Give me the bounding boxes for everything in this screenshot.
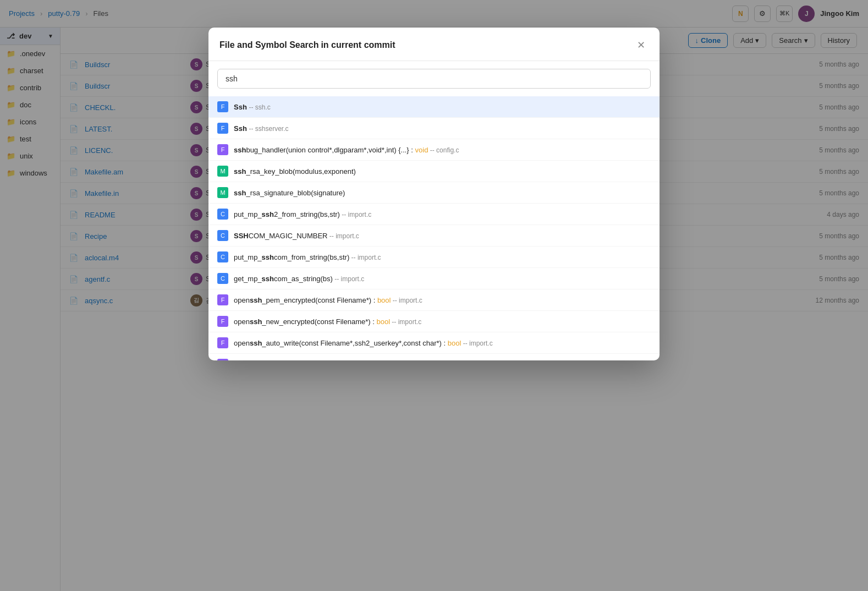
modal-overlay[interactable]: File and Symbol Search in current commit… [0,0,868,591]
constant-type-icon: C [217,230,228,241]
file-type-icon: F [217,123,228,134]
result-item[interactable]: C put_mp_sshcom_from_string(bs,str) -- i… [208,247,660,268]
constant-type-icon: C [217,251,228,262]
result-item[interactable]: F Ssh -- ssh.c [208,96,660,118]
function-type-icon: F [217,359,228,360]
result-item[interactable]: F openssh_auto_write(const Filename*,ssh… [208,332,660,354]
result-item[interactable]: C SSHCOM_MAGIC_NUMBER -- import.c [208,225,660,247]
result-item[interactable]: F Ssh -- sshserver.c [208,118,660,139]
result-item[interactable]: F openssh_pem_write(const Filename*,ssh2… [208,354,660,360]
result-item[interactable]: C put_mp_ssh2_from_string(bs,str) -- imp… [208,204,660,225]
constant-type-icon: C [217,273,228,284]
modal-title: File and Symbol Search in current commit [219,40,395,50]
function-type-icon: F [217,294,228,305]
function-type-icon: F [217,316,228,327]
method-type-icon: M [217,187,228,198]
file-type-icon: F [217,101,228,112]
modal-close-button[interactable]: ✕ [633,37,649,53]
results-list: F Ssh -- ssh.c F Ssh -- sshserver.c [208,96,660,360]
constant-type-icon: C [217,209,228,220]
result-item[interactable]: F openssh_new_encrypted(const Filename*)… [208,311,660,332]
file-symbol-search-input[interactable] [217,69,651,89]
result-item[interactable]: M ssh_rsa_key_blob(modulus,exponent) [208,161,660,182]
result-item[interactable]: M ssh_rsa_signature_blob(signature) [208,182,660,204]
result-item[interactable]: F sshbug_handler(union control*,dlgparam… [208,139,660,161]
result-item[interactable]: C get_mp_sshcom_as_string(bs) -- import.… [208,268,660,289]
method-type-icon: M [217,166,228,177]
function-type-icon: F [217,144,228,155]
file-symbol-search-modal: File and Symbol Search in current commit… [208,28,660,360]
modal-header: File and Symbol Search in current commit… [208,28,660,61]
search-input-wrapper [208,61,660,96]
function-type-icon: F [217,337,228,348]
result-item[interactable]: F openssh_pem_encrypted(const Filename*)… [208,289,660,311]
